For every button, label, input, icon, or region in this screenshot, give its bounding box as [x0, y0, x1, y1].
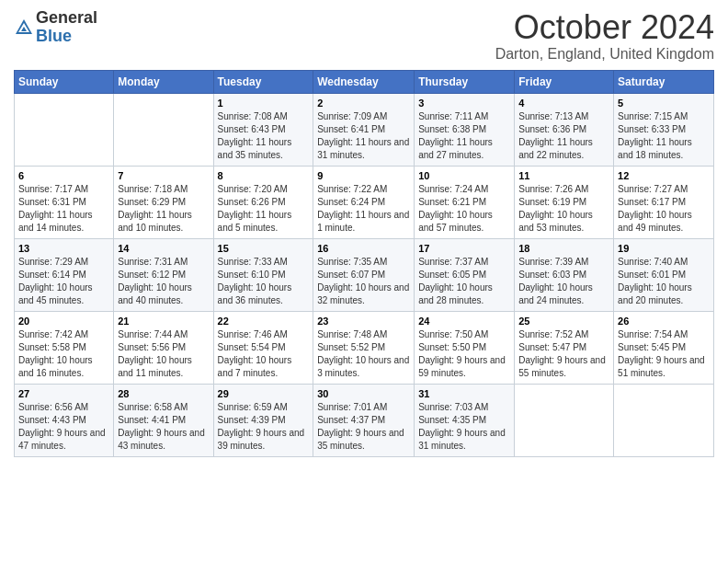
day-number: 13: [18, 243, 109, 254]
day-cell: 16Sunrise: 7:35 AMSunset: 6:07 PMDayligh…: [313, 238, 415, 311]
day-cell: 18Sunrise: 7:39 AMSunset: 6:03 PMDayligh…: [515, 238, 614, 311]
calendar-header: SundayMondayTuesdayWednesdayThursdayFrid…: [15, 70, 714, 93]
day-info: Sunrise: 7:52 AMSunset: 5:47 PMDaylight:…: [518, 328, 609, 380]
logo-blue-text: Blue: [36, 27, 72, 45]
day-number: 5: [618, 98, 710, 109]
day-cell: 9Sunrise: 7:22 AMSunset: 6:24 PMDaylight…: [313, 166, 415, 238]
day-number: 18: [518, 243, 609, 254]
logo: General Blue: [14, 9, 97, 46]
day-info: Sunrise: 7:08 AMSunset: 6:43 PMDaylight:…: [218, 110, 310, 162]
calendar-body: 1Sunrise: 7:08 AMSunset: 6:43 PMDaylight…: [15, 93, 714, 456]
day-cell: 24Sunrise: 7:50 AMSunset: 5:50 PMDayligh…: [415, 311, 515, 384]
day-info: Sunrise: 6:56 AMSunset: 4:43 PMDaylight:…: [18, 401, 109, 453]
calendar: SundayMondayTuesdayWednesdayThursdayFrid…: [14, 70, 714, 457]
day-number: 15: [218, 243, 310, 254]
week-row-3: 13Sunrise: 7:29 AMSunset: 6:14 PMDayligh…: [15, 238, 714, 311]
day-number: 19: [618, 243, 710, 254]
day-info: Sunrise: 7:15 AMSunset: 6:33 PMDaylight:…: [618, 110, 710, 162]
logo-icon: [14, 17, 34, 38]
day-number: 17: [418, 243, 510, 254]
day-number: 8: [218, 170, 310, 181]
day-info: Sunrise: 7:35 AMSunset: 6:07 PMDaylight:…: [317, 256, 410, 307]
day-info: Sunrise: 7:42 AMSunset: 5:58 PMDaylight:…: [18, 328, 109, 380]
day-number: 25: [518, 316, 609, 327]
week-row-2: 6Sunrise: 7:17 AMSunset: 6:31 PMDaylight…: [15, 166, 714, 238]
day-info: Sunrise: 7:09 AMSunset: 6:41 PMDaylight:…: [317, 110, 410, 162]
day-cell: 7Sunrise: 7:18 AMSunset: 6:29 PMDaylight…: [114, 166, 213, 238]
day-number: 31: [418, 388, 510, 399]
day-cell: 17Sunrise: 7:37 AMSunset: 6:05 PMDayligh…: [415, 238, 515, 311]
day-cell: 19Sunrise: 7:40 AMSunset: 6:01 PMDayligh…: [614, 238, 714, 311]
day-number: 9: [317, 170, 410, 181]
day-info: Sunrise: 6:59 AMSunset: 4:39 PMDaylight:…: [218, 401, 310, 453]
day-number: 30: [317, 388, 410, 399]
day-cell: 31Sunrise: 7:03 AMSunset: 4:35 PMDayligh…: [415, 384, 515, 456]
page: General Blue October 2024 Darton, Englan…: [0, 0, 728, 466]
day-info: Sunrise: 7:01 AMSunset: 4:37 PMDaylight:…: [317, 401, 410, 453]
day-info: Sunrise: 7:31 AMSunset: 6:12 PMDaylight:…: [118, 256, 209, 307]
day-cell: 10Sunrise: 7:24 AMSunset: 6:21 PMDayligh…: [415, 166, 515, 238]
day-info: Sunrise: 7:44 AMSunset: 5:56 PMDaylight:…: [118, 328, 209, 380]
day-info: Sunrise: 7:27 AMSunset: 6:17 PMDaylight:…: [618, 183, 710, 235]
day-cell: 15Sunrise: 7:33 AMSunset: 6:10 PMDayligh…: [213, 238, 313, 311]
day-cell: 25Sunrise: 7:52 AMSunset: 5:47 PMDayligh…: [515, 311, 614, 384]
day-number: 29: [218, 388, 310, 399]
day-number: 3: [418, 98, 510, 109]
day-cell: 26Sunrise: 7:54 AMSunset: 5:45 PMDayligh…: [614, 311, 714, 384]
day-cell: [515, 384, 614, 456]
day-number: 7: [118, 170, 209, 181]
day-number: 11: [518, 170, 609, 181]
weekday-header-monday: Monday: [114, 70, 213, 93]
day-number: 27: [18, 388, 109, 399]
day-info: Sunrise: 7:26 AMSunset: 6:19 PMDaylight:…: [518, 183, 609, 235]
day-cell: 30Sunrise: 7:01 AMSunset: 4:37 PMDayligh…: [313, 384, 415, 456]
week-row-4: 20Sunrise: 7:42 AMSunset: 5:58 PMDayligh…: [15, 311, 714, 384]
day-cell: 2Sunrise: 7:09 AMSunset: 6:41 PMDaylight…: [313, 93, 415, 166]
day-info: Sunrise: 7:39 AMSunset: 6:03 PMDaylight:…: [518, 256, 609, 307]
weekday-header-sunday: Sunday: [15, 70, 114, 93]
day-info: Sunrise: 7:48 AMSunset: 5:52 PMDaylight:…: [317, 328, 410, 380]
week-row-5: 27Sunrise: 6:56 AMSunset: 4:43 PMDayligh…: [15, 384, 714, 456]
day-info: Sunrise: 7:20 AMSunset: 6:26 PMDaylight:…: [218, 183, 310, 235]
day-number: 6: [18, 170, 109, 181]
logo-text: General Blue: [36, 9, 97, 46]
day-number: 21: [118, 316, 209, 327]
day-info: Sunrise: 7:37 AMSunset: 6:05 PMDaylight:…: [418, 256, 510, 307]
day-number: 16: [317, 243, 410, 254]
day-cell: [614, 384, 714, 456]
day-cell: 1Sunrise: 7:08 AMSunset: 6:43 PMDaylight…: [213, 93, 313, 166]
day-number: 4: [518, 98, 609, 109]
day-cell: 23Sunrise: 7:48 AMSunset: 5:52 PMDayligh…: [313, 311, 415, 384]
day-number: 23: [317, 316, 410, 327]
weekday-header-tuesday: Tuesday: [213, 70, 313, 93]
day-number: 20: [18, 316, 109, 327]
day-cell: 20Sunrise: 7:42 AMSunset: 5:58 PMDayligh…: [15, 311, 114, 384]
day-number: 10: [418, 170, 510, 181]
day-info: Sunrise: 7:46 AMSunset: 5:54 PMDaylight:…: [218, 328, 310, 380]
day-number: 14: [118, 243, 209, 254]
day-cell: [114, 93, 213, 166]
day-cell: 6Sunrise: 7:17 AMSunset: 6:31 PMDaylight…: [15, 166, 114, 238]
day-info: Sunrise: 7:54 AMSunset: 5:45 PMDaylight:…: [618, 328, 710, 380]
day-cell: 8Sunrise: 7:20 AMSunset: 6:26 PMDaylight…: [213, 166, 313, 238]
day-cell: 12Sunrise: 7:27 AMSunset: 6:17 PMDayligh…: [614, 166, 714, 238]
day-info: Sunrise: 7:11 AMSunset: 6:38 PMDaylight:…: [418, 110, 510, 162]
day-info: Sunrise: 7:50 AMSunset: 5:50 PMDaylight:…: [418, 328, 510, 380]
logo-general-text: General: [36, 8, 97, 27]
day-cell: 21Sunrise: 7:44 AMSunset: 5:56 PMDayligh…: [114, 311, 213, 384]
day-cell: 28Sunrise: 6:58 AMSunset: 4:41 PMDayligh…: [114, 384, 213, 456]
day-cell: 22Sunrise: 7:46 AMSunset: 5:54 PMDayligh…: [213, 311, 313, 384]
day-cell: 11Sunrise: 7:26 AMSunset: 6:19 PMDayligh…: [515, 166, 614, 238]
location: Darton, England, United Kingdom: [495, 46, 714, 63]
day-info: Sunrise: 7:24 AMSunset: 6:21 PMDaylight:…: [418, 183, 510, 235]
day-info: Sunrise: 7:33 AMSunset: 6:10 PMDaylight:…: [218, 256, 310, 307]
weekday-header-wednesday: Wednesday: [313, 70, 415, 93]
day-cell: 5Sunrise: 7:15 AMSunset: 6:33 PMDaylight…: [614, 93, 714, 166]
day-number: 24: [418, 316, 510, 327]
day-number: 26: [618, 316, 710, 327]
header: General Blue October 2024 Darton, Englan…: [14, 9, 714, 63]
weekday-header-friday: Friday: [515, 70, 614, 93]
day-number: 22: [218, 316, 310, 327]
day-info: Sunrise: 7:18 AMSunset: 6:29 PMDaylight:…: [118, 183, 209, 235]
day-cell: 14Sunrise: 7:31 AMSunset: 6:12 PMDayligh…: [114, 238, 213, 311]
